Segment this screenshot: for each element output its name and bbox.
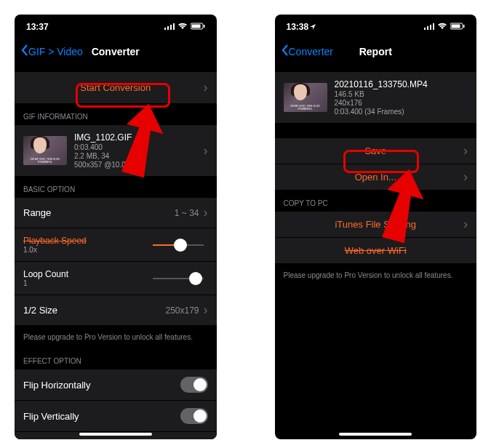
section-basic: BASIC OPTION	[15, 177, 217, 198]
flip-v-row[interactable]: Flip Vertically	[15, 401, 217, 432]
file-size: 2.2 MB, 34	[74, 152, 204, 160]
right-phone: 13:38 Converter Report	[275, 15, 477, 439]
svg-rect-8	[424, 28, 426, 30]
flip-h-label: Flip Horizontally	[23, 380, 180, 391]
status-icons	[424, 22, 465, 32]
playback-slider[interactable]	[153, 244, 204, 246]
back-button[interactable]: GIF > Video	[20, 44, 83, 59]
status-icons	[164, 22, 205, 32]
range-value: 1 ~ 34	[175, 208, 199, 218]
open-in-label: Open In...	[355, 172, 396, 183]
svg-rect-3	[173, 23, 175, 30]
status-time: 13:38	[287, 22, 309, 32]
file-duration: 0:03.400 (34 Frames)	[335, 108, 468, 116]
loop-count-row[interactable]: Loop Count 1	[15, 262, 217, 295]
range-row[interactable]: Range 1 ~ 34 ›	[15, 198, 217, 228]
itunes-label: iTunes File Sharing	[335, 219, 416, 230]
loop-slider[interactable]	[153, 278, 204, 279]
start-conversion-row[interactable]: Start Conversion ›	[15, 72, 217, 104]
file-duration: 0:03.400	[74, 143, 204, 151]
half-size-row[interactable]: 1/2 Size 250x179 ›	[15, 295, 217, 326]
chevron-right-icon: ›	[463, 143, 468, 159]
itunes-row[interactable]: iTunes File Sharing ›	[275, 212, 477, 238]
home-indicator[interactable]	[79, 433, 152, 436]
svg-rect-11	[433, 23, 434, 30]
svg-rect-14	[463, 25, 465, 28]
file-name: 20210116_133750.MP4	[335, 79, 468, 89]
battery-icon	[191, 22, 205, 32]
chevron-right-icon: ›	[204, 205, 208, 220]
home-indicator[interactable]	[339, 433, 412, 436]
file-meta: IMG_1102.GIF 0:03.400 2.2 MB, 34 500x357…	[74, 132, 204, 169]
file-dims: 240x176	[335, 99, 468, 107]
status-bar: 13:38	[275, 15, 477, 36]
flip-v-label: Flip Vertically	[23, 411, 180, 422]
page-title: Converter	[92, 46, 140, 57]
half-value: 250x179	[165, 305, 199, 316]
playback-value: 1.0x	[23, 246, 153, 254]
nav-bar: GIF > Video Converter	[15, 36, 217, 68]
location-icon	[310, 22, 316, 32]
playback-speed-row[interactable]: Playback Speed 1.0x	[15, 228, 217, 262]
status-time: 13:37	[26, 22, 49, 32]
signal-icon	[424, 22, 434, 32]
svg-rect-0	[164, 28, 166, 30]
half-label: 1/2 Size	[23, 305, 165, 316]
chevron-right-icon: ›	[463, 169, 468, 185]
playback-label: Playback Speed	[23, 236, 153, 246]
svg-rect-9	[427, 26, 428, 30]
start-conversion-label: Start Conversion	[80, 82, 151, 93]
back-label: Converter	[289, 46, 333, 57]
file-size: 146.5 KB	[335, 90, 468, 98]
file-dims: 500x357 @10.0fps	[74, 161, 204, 169]
web-wifi-row[interactable]: Web over WiFi	[275, 238, 477, 264]
flip-h-row[interactable]: Flip Horizontally	[15, 369, 217, 401]
chevron-right-icon: ›	[204, 303, 208, 318]
file-meta: 20210116_133750.MP4 146.5 KB 240x176 0:0…	[335, 79, 468, 116]
chevron-right-icon: ›	[204, 143, 208, 159]
back-label: GIF > Video	[28, 46, 83, 57]
chevron-left-icon	[20, 44, 28, 59]
upgrade-note: Please upgrade to Pro Version to unlock …	[15, 326, 217, 348]
mp4-thumbnail	[284, 83, 327, 112]
wifi-icon	[437, 22, 447, 32]
file-name: IMG_1102.GIF	[74, 132, 204, 143]
section-copy: COPY TO PC	[275, 191, 477, 212]
nav-bar: Converter Report	[275, 36, 477, 68]
web-wifi-label: Web over WiFi	[345, 245, 407, 256]
page-title: Report	[359, 46, 392, 57]
svg-rect-10	[430, 25, 431, 30]
gif-thumbnail	[23, 136, 67, 165]
range-label: Range	[23, 207, 175, 218]
save-label: Save	[364, 145, 386, 156]
save-row[interactable]: Save ›	[275, 138, 477, 164]
signal-icon	[164, 22, 175, 32]
loop-label: Loop Count	[23, 269, 153, 279]
wifi-icon	[177, 22, 188, 32]
loop-value: 1	[23, 279, 153, 287]
chevron-left-icon	[281, 44, 289, 59]
svg-rect-13	[452, 25, 460, 28]
svg-rect-1	[167, 26, 169, 30]
chevron-right-icon: ›	[204, 80, 208, 95]
svg-rect-2	[170, 25, 172, 30]
left-phone: 13:37 GIF > Video Converter Start Conver…	[15, 15, 217, 439]
file-info-row[interactable]: IMG_1102.GIF 0:03.400 2.2 MB, 34 500x357…	[15, 125, 217, 177]
svg-rect-6	[204, 25, 205, 28]
file-info-row[interactable]: 20210116_133750.MP4 146.5 KB 240x176 0:0…	[275, 72, 477, 124]
flip-v-toggle[interactable]	[180, 408, 208, 424]
open-in-row[interactable]: Open In... ›	[275, 164, 477, 191]
status-bar: 13:37	[15, 15, 217, 36]
back-button[interactable]: Converter	[281, 44, 333, 59]
section-gif-info: GIF INFORMATION	[15, 104, 217, 125]
section-effect: EFFECT OPTION	[15, 348, 217, 369]
flip-h-toggle[interactable]	[180, 377, 208, 393]
upgrade-note: Please upgrade to Pro Version to unlock …	[275, 264, 477, 287]
chevron-right-icon: ›	[463, 217, 468, 232]
battery-icon	[450, 22, 465, 32]
svg-rect-5	[191, 25, 200, 28]
